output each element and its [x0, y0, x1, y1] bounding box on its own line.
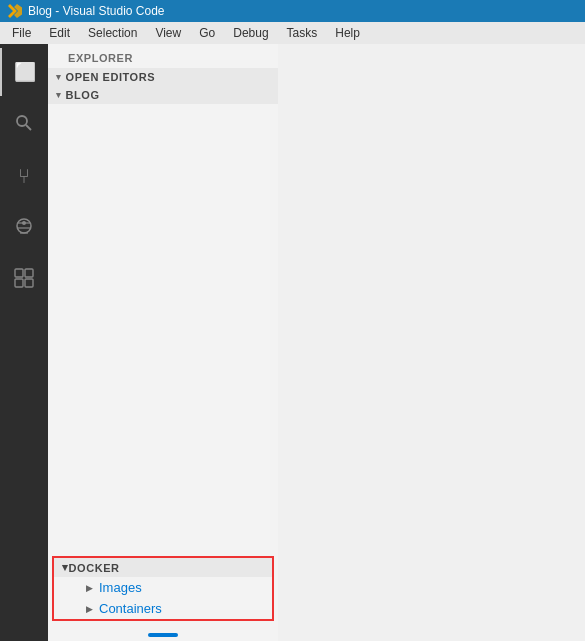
docker-images-item[interactable]: ▶ Images: [54, 577, 272, 598]
docker-images-arrow: ▶: [86, 583, 93, 593]
menu-help[interactable]: Help: [327, 24, 368, 42]
activity-search[interactable]: [0, 100, 48, 148]
explorer-icon: ⬜: [14, 63, 36, 81]
docker-section: ▾ DOCKER ▶ Images ▶ Containers: [52, 556, 274, 621]
sidebar-header: EXPLORER: [48, 44, 278, 68]
docker-containers-label: Containers: [99, 601, 162, 616]
activity-extensions[interactable]: [0, 256, 48, 304]
blog-arrow: ▾: [56, 90, 62, 100]
open-editors-header[interactable]: ▾ OPEN EDITORS: [48, 68, 278, 86]
svg-point-2: [17, 116, 27, 126]
menu-view[interactable]: View: [147, 24, 189, 42]
activity-bar: ⬜ ⑂: [0, 44, 48, 641]
svg-rect-9: [15, 269, 23, 277]
sidebar-bottom-padding: [48, 625, 278, 633]
menu-selection[interactable]: Selection: [80, 24, 145, 42]
source-control-icon: ⑂: [18, 166, 30, 186]
docker-images-label: Images: [99, 580, 142, 595]
docker-containers-item[interactable]: ▶ Containers: [54, 598, 272, 619]
menu-file[interactable]: File: [4, 24, 39, 42]
search-icon: [14, 113, 34, 136]
docker-label: DOCKER: [69, 562, 120, 574]
sidebar-scrollbar[interactable]: [148, 633, 178, 637]
menu-tasks[interactable]: Tasks: [279, 24, 326, 42]
activity-debug[interactable]: [0, 204, 48, 252]
docker-header[interactable]: ▾ DOCKER: [54, 558, 272, 577]
activity-source-control[interactable]: ⑂: [0, 152, 48, 200]
menu-edit[interactable]: Edit: [41, 24, 78, 42]
title-bar: Blog - Visual Studio Code: [0, 0, 585, 22]
activity-explorer[interactable]: ⬜: [0, 48, 48, 96]
window-title: Blog - Visual Studio Code: [28, 4, 165, 18]
svg-rect-10: [25, 269, 33, 277]
svg-rect-12: [25, 279, 33, 287]
docker-containers-arrow: ▶: [86, 604, 93, 614]
blog-header[interactable]: ▾ BLOG: [48, 86, 278, 104]
open-editors-label: OPEN EDITORS: [66, 71, 156, 83]
vscode-icon: [8, 4, 22, 18]
blog-label: BLOG: [66, 89, 100, 101]
editor-area: [278, 44, 585, 641]
menu-go[interactable]: Go: [191, 24, 223, 42]
debug-icon: [13, 215, 35, 241]
open-editors-arrow: ▾: [56, 72, 62, 82]
sidebar-content: [48, 104, 278, 552]
menu-bar: File Edit Selection View Go Debug Tasks …: [0, 22, 585, 44]
svg-line-3: [26, 125, 31, 130]
extensions-icon: [13, 267, 35, 293]
svg-rect-11: [15, 279, 23, 287]
sidebar: EXPLORER ▾ OPEN EDITORS ▾ BLOG ▾ DOCKER …: [48, 44, 278, 641]
menu-debug[interactable]: Debug: [225, 24, 276, 42]
main-layout: ⬜ ⑂: [0, 44, 585, 641]
